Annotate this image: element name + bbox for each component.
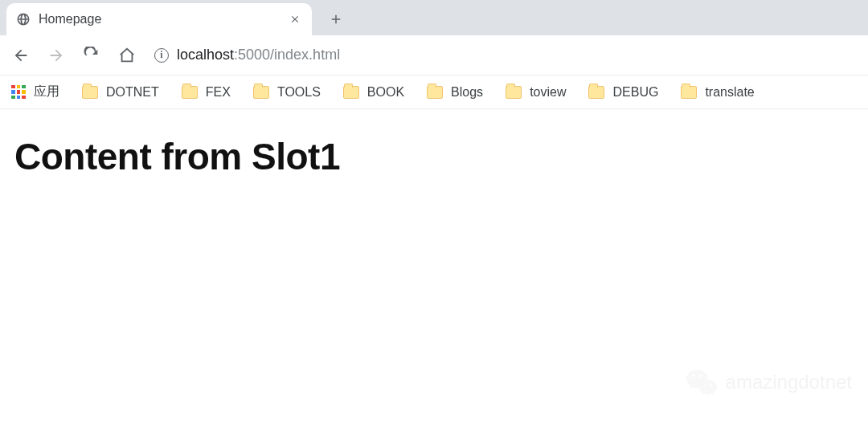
folder-icon xyxy=(182,86,198,99)
address-bar[interactable]: i localhost:5000/index.html xyxy=(146,41,863,70)
url-text: localhost:5000/index.html xyxy=(177,47,340,63)
bookmarks-bar: 应用 DOTNET FEX TOOLS BOOK Blogs toview DE… xyxy=(0,75,868,109)
new-tab-button[interactable] xyxy=(323,6,349,32)
apps-shortcut[interactable]: 应用 xyxy=(11,84,59,100)
reload-button[interactable] xyxy=(76,39,108,71)
watermark: amazingdotnet xyxy=(686,369,852,396)
site-info-icon[interactable]: i xyxy=(154,48,169,63)
globe-favicon-icon xyxy=(16,12,31,26)
bookmark-folder-fex[interactable]: FEX xyxy=(182,85,231,100)
bookmark-label: TOOLS xyxy=(277,85,321,100)
watermark-text: amazingdotnet xyxy=(726,371,852,393)
bookmark-folder-translate[interactable]: translate xyxy=(681,85,754,100)
bookmark-folder-debug[interactable]: DEBUG xyxy=(588,85,658,100)
browser-tab[interactable]: Homepage xyxy=(6,3,312,35)
apps-label: 应用 xyxy=(34,84,59,100)
folder-icon xyxy=(681,86,697,99)
home-button[interactable] xyxy=(111,39,143,71)
bookmark-label: Blogs xyxy=(451,85,483,100)
bookmark-label: DOTNET xyxy=(106,85,159,100)
bookmark-folder-book[interactable]: BOOK xyxy=(343,85,404,100)
bookmark-label: DEBUG xyxy=(612,85,658,100)
bookmark-label: translate xyxy=(705,85,754,100)
url-path: :5000/index.html xyxy=(234,47,340,63)
bookmark-label: BOOK xyxy=(367,85,404,100)
page-content: Content from Slot1 xyxy=(0,109,868,204)
tab-close-button[interactable] xyxy=(288,12,302,26)
bookmark-label: FEX xyxy=(206,85,231,100)
back-button[interactable] xyxy=(5,39,37,71)
toolbar: i localhost:5000/index.html xyxy=(0,35,868,75)
folder-icon xyxy=(343,86,359,99)
tab-title: Homepage xyxy=(39,12,280,26)
folder-icon xyxy=(506,86,522,99)
folder-icon xyxy=(82,86,98,99)
page-heading: Content from Slot1 xyxy=(14,135,854,178)
folder-icon xyxy=(427,86,443,99)
url-host: localhost xyxy=(177,47,234,63)
tab-bar: Homepage xyxy=(0,0,868,35)
apps-grid-icon xyxy=(11,85,26,100)
bookmark-folder-blogs[interactable]: Blogs xyxy=(427,85,483,100)
bookmark-folder-toview[interactable]: toview xyxy=(506,85,566,100)
bookmark-folder-tools[interactable]: TOOLS xyxy=(253,85,321,100)
bookmark-folder-dotnet[interactable]: DOTNET xyxy=(82,85,159,100)
forward-button[interactable] xyxy=(40,39,72,71)
bookmark-label: toview xyxy=(530,85,566,100)
wechat-icon xyxy=(686,369,718,396)
folder-icon xyxy=(253,86,269,99)
folder-icon xyxy=(588,86,604,99)
